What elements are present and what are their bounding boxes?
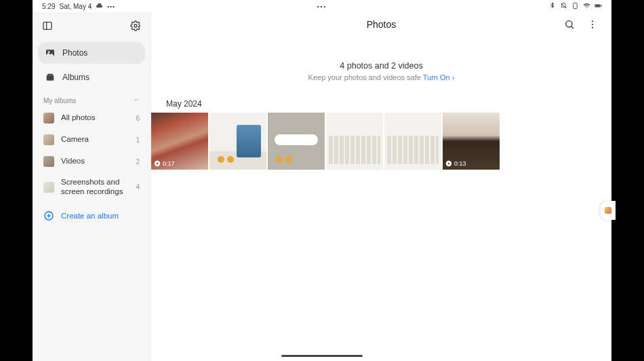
album-thumb — [43, 113, 54, 124]
album-label: Screenshots and screen recordings — [61, 178, 129, 197]
album-label: Camera — [61, 135, 129, 145]
album-thumb — [43, 134, 54, 145]
settings-icon[interactable] — [130, 20, 141, 34]
album-count: 1 — [136, 136, 140, 144]
my-albums-header[interactable]: My albums — [33, 90, 150, 107]
wifi-icon — [583, 2, 590, 11]
album-count: 4 — [136, 183, 140, 191]
media-summary: 4 photos and 2 videos — [151, 61, 611, 71]
media-item-photo[interactable] — [326, 113, 383, 170]
svg-point-6 — [134, 24, 137, 27]
camera-notch-dots: ••• — [317, 3, 327, 10]
media-item-video[interactable]: 0:17 — [151, 113, 208, 170]
cloud-icon — [96, 2, 103, 11]
create-album-label: Create an album — [61, 212, 119, 220]
sidebar: Photos Albums My albums All photos 6 Cam… — [33, 12, 151, 361]
home-indicator[interactable] — [281, 355, 363, 357]
album-screenshots[interactable]: Screenshots and screen recordings 4 — [33, 172, 150, 202]
turn-on-link[interactable]: Turn On › — [423, 73, 455, 81]
page-title: Photos — [367, 19, 397, 30]
dnd-icon — [560, 2, 567, 11]
video-badge: 0:17 — [154, 160, 175, 167]
album-camera[interactable]: Camera 1 — [33, 129, 150, 151]
svg-rect-3 — [595, 5, 600, 6]
album-label: All photos — [61, 113, 129, 123]
my-albums-title: My albums — [43, 97, 76, 104]
album-count: 6 — [136, 115, 140, 122]
svg-point-8 — [48, 51, 50, 53]
svg-rect-2 — [601, 5, 601, 6]
status-bar: 5:29 Sat, May 4 ••• ••• — [33, 0, 611, 12]
svg-point-14 — [566, 21, 572, 27]
video-badge: 0:13 — [445, 160, 466, 167]
svg-point-17 — [592, 24, 593, 25]
svg-line-15 — [571, 26, 573, 28]
svg-point-18 — [592, 27, 593, 28]
nav-albums-label: Albums — [62, 73, 89, 82]
search-icon[interactable] — [564, 19, 575, 33]
status-time: 5:29 — [42, 3, 55, 10]
media-item-photo[interactable] — [209, 113, 266, 170]
nav-photos[interactable]: Photos — [38, 42, 145, 64]
svg-rect-9 — [47, 75, 54, 81]
album-thumb — [43, 156, 54, 167]
svg-rect-10 — [47, 74, 53, 75]
media-item-video[interactable]: 0:13 — [443, 113, 500, 170]
media-item-photo[interactable] — [268, 113, 325, 170]
svg-point-16 — [592, 20, 593, 22]
album-all-photos[interactable]: All photos 6 — [33, 107, 150, 129]
tablet-icon — [571, 2, 579, 11]
photo-grid: 0:17 0:13 — [151, 113, 611, 170]
svg-rect-4 — [43, 22, 52, 30]
album-label: Videos — [61, 157, 129, 166]
media-item-photo[interactable] — [384, 113, 441, 170]
panel-layout-icon[interactable] — [42, 20, 53, 34]
status-date: Sat, May 4 — [59, 3, 92, 10]
album-videos[interactable]: Videos 2 — [33, 151, 150, 172]
album-count: 2 — [136, 158, 140, 166]
date-group-label: May 2024 — [166, 99, 611, 109]
status-more-dots: ••• — [107, 3, 115, 10]
backup-prompt: Keep your photos and videos safe Turn On… — [151, 73, 611, 81]
bluetooth-icon — [548, 2, 556, 11]
more-icon[interactable] — [587, 19, 598, 33]
chevron-up-icon — [133, 96, 140, 104]
create-album-button[interactable]: Create an album — [33, 202, 150, 229]
svg-rect-0 — [573, 3, 578, 8]
nav-photos-label: Photos — [62, 48, 87, 58]
album-thumb — [43, 182, 54, 193]
battery-icon — [595, 2, 602, 11]
nav-albums[interactable]: Albums — [38, 66, 145, 88]
edge-panel-handle[interactable] — [601, 201, 616, 220]
main-content: Photos 4 photos and 2 videos Keep your p… — [151, 12, 611, 361]
